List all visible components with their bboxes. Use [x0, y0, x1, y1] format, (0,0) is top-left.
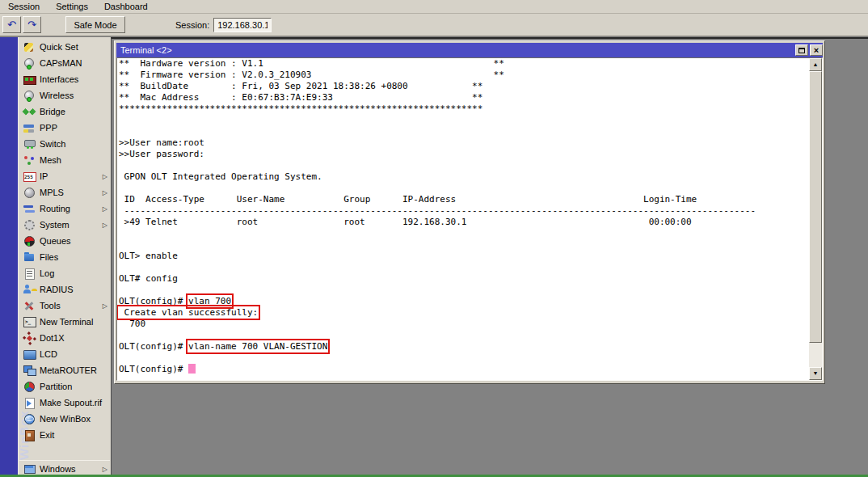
sidebar-item-queues[interactable]: Queues	[19, 233, 111, 249]
terminal-line: >>User name:root	[119, 137, 809, 149]
terminal-line	[119, 330, 809, 341]
log-icon	[23, 268, 36, 279]
sidebar-item-metarouter[interactable]: MetaROUTER	[19, 362, 111, 378]
scrollbar-thumb[interactable]	[809, 71, 822, 343]
sidebar-item-label: IP	[40, 171, 48, 181]
sidebar-item-label: CAPsMAN	[40, 58, 82, 68]
session-input[interactable]	[213, 18, 272, 32]
red-highlight-box: Create vlan successfully:	[119, 307, 258, 318]
sidebar-item-interfaces[interactable]: Interfaces	[19, 71, 111, 87]
chip-icon	[23, 74, 36, 85]
sidebar-item-log[interactable]: Log	[19, 265, 111, 281]
sidebar-item-switch[interactable]: Switch	[19, 136, 111, 152]
terminal-line: ** BuildDate : Fri, 03 Sep 2021 18:38:26…	[119, 81, 809, 92]
terminal-line: OLT(config)# vlan 700	[119, 296, 809, 307]
main-area: WinBox Quick SetCAPsMANInterfacesWireles…	[0, 37, 868, 477]
sidebar-item-label: PPP	[40, 123, 57, 133]
close-button[interactable]: ×	[810, 44, 823, 56]
sidebar-item-files[interactable]: Files	[19, 249, 111, 265]
sidebar-spacer	[19, 443, 111, 460]
terminal-line: >>User password:	[119, 149, 809, 160]
mdi-workspace: Terminal <2> × ** Hardware version : V1.…	[111, 37, 868, 477]
terminal-line: OLT(config)#	[119, 364, 809, 375]
terminal-line: Create vlan successfully:	[119, 307, 809, 319]
ppp-icon	[23, 123, 36, 133]
sidebar-item-system[interactable]: System▷	[19, 217, 111, 233]
sidebar-items: Quick SetCAPsMANInterfacesWirelessBridge…	[19, 39, 111, 443]
terminal-body: ** Hardware version : V1.1 **** Firmware…	[116, 57, 823, 381]
sidebar-item-new-terminal[interactable]: New Terminal	[19, 314, 111, 330]
terminal-output[interactable]: ** Hardware version : V1.1 **** Firmware…	[117, 58, 809, 380]
bridge-icon	[23, 107, 36, 117]
sidebar-item-label: MetaROUTER	[40, 365, 97, 375]
sidebar-item-new-winbox[interactable]: New WinBox	[19, 411, 111, 427]
sidebar-item-bridge[interactable]: Bridge	[19, 103, 111, 120]
terminal-line: 700	[119, 319, 809, 330]
sidebar-item-label: Queues	[40, 236, 71, 246]
sidebar-item-routing[interactable]: Routing▷	[19, 201, 111, 217]
routing-icon	[23, 204, 36, 214]
terminal-line	[119, 352, 809, 364]
terminal-line: OLT# config	[119, 273, 809, 285]
mesh-icon	[23, 155, 36, 166]
sidebar-item-label: Windows	[40, 464, 76, 474]
switch-icon	[23, 139, 36, 150]
sidebar-item-make-supout-rif[interactable]: Make Supout.rif	[19, 395, 111, 411]
sidebar-item-dot1x[interactable]: Dot1X	[19, 330, 111, 346]
sidebar-item-exit[interactable]: Exit	[19, 427, 111, 443]
sidebar-item-label: LCD	[40, 349, 57, 359]
terminal-line	[119, 285, 809, 296]
sidebar-item-capsman[interactable]: CAPsMAN	[19, 55, 111, 71]
ip255-icon	[23, 171, 36, 182]
scroll-down-button[interactable]: ▼	[809, 367, 822, 380]
sidebar-item-label: New WinBox	[40, 414, 91, 424]
sidebar-item-label: New Terminal	[40, 317, 93, 327]
undo-icon: ↶	[7, 19, 16, 30]
redo-button[interactable]: ↷	[23, 16, 41, 33]
sidebar-item-mesh[interactable]: Mesh	[19, 152, 111, 168]
sidebar-item-label: System	[40, 220, 70, 230]
terminal-line	[119, 228, 809, 239]
sidebar-item-label: Quick Set	[40, 42, 78, 52]
sidebar-item-label: Dot1X	[40, 333, 65, 343]
menu-session[interactable]: Session	[0, 1, 48, 12]
terminal-line: GPON OLT Integrated Operating System.	[119, 171, 809, 183]
submenu-arrow-icon: ▷	[103, 173, 107, 180]
menu-settings[interactable]: Settings	[48, 1, 96, 12]
sidebar-item-ip[interactable]: IP▷	[19, 168, 111, 184]
sidebar-item-label: Bridge	[40, 107, 65, 116]
terminal-window[interactable]: Terminal <2> × ** Hardware version : V1.…	[114, 40, 825, 384]
submenu-arrow-icon: ▷	[103, 466, 107, 473]
lcd-icon	[23, 349, 36, 360]
terminal-titlebar[interactable]: Terminal <2> ×	[116, 43, 823, 57]
safe-mode-button[interactable]: Safe Mode	[65, 16, 125, 33]
sidebar-item-radius[interactable]: RADIUS	[19, 281, 111, 298]
tools-icon	[23, 301, 36, 311]
terminal-line: ** Mac Address : E0:67:B3:7A:E9:33 **	[119, 92, 809, 103]
terminal-cursor	[188, 364, 196, 374]
terminal-title: Terminal <2>	[120, 45, 794, 55]
terminal-line: OLT> enable	[119, 251, 809, 262]
wand-icon	[23, 42, 36, 53]
sidebar-item-label: Log	[40, 268, 54, 278]
sidebar: Quick SetCAPsMANInterfacesWirelessBridge…	[18, 37, 111, 477]
sidebar-item-partition[interactable]: Partition	[19, 378, 111, 395]
terminal-line: ----------------------------------------…	[119, 205, 809, 217]
globe-icon	[23, 414, 36, 424]
undo-button[interactable]: ↶	[2, 16, 21, 33]
menu-dashboard[interactable]: Dashboard	[96, 1, 156, 12]
maximize-icon	[798, 48, 805, 53]
sidebar-item-mpls[interactable]: MPLS▷	[19, 184, 111, 201]
radius-icon	[23, 285, 36, 295]
sidebar-item-label: Tools	[40, 301, 61, 310]
sidebar-item-tools[interactable]: Tools▷	[19, 298, 111, 314]
red-highlight-box: vlan 700	[188, 296, 231, 306]
sidebar-item-quick-set[interactable]: Quick Set	[19, 39, 111, 55]
maximize-button[interactable]	[795, 44, 808, 56]
scroll-up-button[interactable]: ▲	[809, 58, 822, 71]
sidebar-item-ppp[interactable]: PPP	[19, 120, 111, 136]
vertical-scrollbar[interactable]: ▲ ▼	[809, 58, 822, 380]
sidebar-item-lcd[interactable]: LCD	[19, 346, 111, 362]
sidebar-item-wireless[interactable]: Wireless	[19, 87, 111, 103]
sidebar-item-label: RADIUS	[40, 285, 74, 294]
